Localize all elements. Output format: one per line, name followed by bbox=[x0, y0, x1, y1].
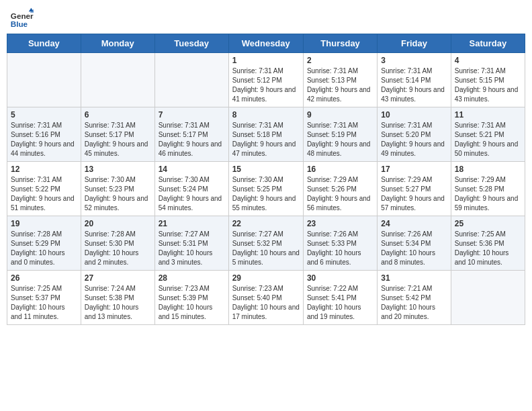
day-number: 20 bbox=[85, 219, 151, 228]
day-number: 28 bbox=[159, 273, 225, 283]
weekday-header-sunday: Sunday bbox=[7, 34, 81, 53]
calendar-cell: 7Sunrise: 7:31 AM Sunset: 5:17 PM Daylig… bbox=[154, 107, 228, 162]
day-number: 13 bbox=[85, 165, 151, 174]
calendar-cell: 15Sunrise: 7:30 AM Sunset: 5:25 PM Dayli… bbox=[228, 162, 303, 216]
svg-text:Blue: Blue bbox=[11, 19, 28, 28]
day-number: 30 bbox=[307, 273, 373, 283]
day-info: Sunrise: 7:31 AM Sunset: 5:16 PM Dayligh… bbox=[11, 121, 77, 158]
day-info: Sunrise: 7:30 AM Sunset: 5:24 PM Dayligh… bbox=[159, 175, 225, 213]
calendar-cell: 1Sunrise: 7:31 AM Sunset: 5:12 PM Daylig… bbox=[228, 53, 303, 107]
calendar-cell: 18Sunrise: 7:29 AM Sunset: 5:28 PM Dayli… bbox=[451, 162, 525, 216]
day-info: Sunrise: 7:26 AM Sunset: 5:34 PM Dayligh… bbox=[381, 230, 447, 267]
calendar-cell: 28Sunrise: 7:23 AM Sunset: 5:39 PM Dayli… bbox=[154, 271, 228, 325]
day-number: 25 bbox=[455, 219, 521, 228]
day-number: 3 bbox=[381, 56, 447, 65]
day-info: Sunrise: 7:28 AM Sunset: 5:30 PM Dayligh… bbox=[85, 230, 151, 267]
calendar-cell: 2Sunrise: 7:31 AM Sunset: 5:13 PM Daylig… bbox=[303, 53, 377, 107]
day-number: 6 bbox=[85, 110, 151, 120]
calendar-cell: 23Sunrise: 7:26 AM Sunset: 5:33 PM Dayli… bbox=[303, 216, 377, 271]
calendar-cell bbox=[154, 53, 228, 107]
day-info: Sunrise: 7:31 AM Sunset: 5:18 PM Dayligh… bbox=[232, 121, 300, 158]
calendar-cell bbox=[81, 53, 154, 107]
day-number: 24 bbox=[381, 219, 447, 228]
calendar-cell: 10Sunrise: 7:31 AM Sunset: 5:20 PM Dayli… bbox=[378, 107, 451, 162]
calendar-cell: 17Sunrise: 7:29 AM Sunset: 5:27 PM Dayli… bbox=[378, 162, 451, 216]
day-number: 15 bbox=[232, 165, 300, 174]
day-info: Sunrise: 7:29 AM Sunset: 5:27 PM Dayligh… bbox=[381, 175, 447, 213]
day-number: 12 bbox=[11, 165, 77, 174]
day-number: 10 bbox=[381, 110, 447, 120]
day-info: Sunrise: 7:31 AM Sunset: 5:17 PM Dayligh… bbox=[159, 121, 225, 158]
day-info: Sunrise: 7:31 AM Sunset: 5:17 PM Dayligh… bbox=[85, 121, 151, 158]
weekday-header-wednesday: Wednesday bbox=[228, 34, 303, 53]
calendar-cell: 30Sunrise: 7:22 AM Sunset: 5:41 PM Dayli… bbox=[303, 271, 377, 325]
day-number: 2 bbox=[307, 56, 373, 65]
day-info: Sunrise: 7:26 AM Sunset: 5:33 PM Dayligh… bbox=[307, 230, 373, 267]
calendar-cell: 26Sunrise: 7:25 AM Sunset: 5:37 PM Dayli… bbox=[7, 271, 81, 325]
day-info: Sunrise: 7:31 AM Sunset: 5:14 PM Dayligh… bbox=[381, 66, 447, 104]
calendar-table: SundayMondayTuesdayWednesdayThursdayFrid… bbox=[7, 34, 525, 325]
calendar-cell: 12Sunrise: 7:31 AM Sunset: 5:22 PM Dayli… bbox=[7, 162, 81, 216]
day-number: 18 bbox=[455, 165, 521, 174]
day-info: Sunrise: 7:31 AM Sunset: 5:21 PM Dayligh… bbox=[455, 121, 521, 158]
calendar-cell: 21Sunrise: 7:27 AM Sunset: 5:31 PM Dayli… bbox=[154, 216, 228, 271]
day-info: Sunrise: 7:25 AM Sunset: 5:37 PM Dayligh… bbox=[11, 284, 77, 322]
day-info: Sunrise: 7:31 AM Sunset: 5:19 PM Dayligh… bbox=[307, 121, 373, 158]
day-number: 31 bbox=[381, 273, 447, 283]
day-info: Sunrise: 7:31 AM Sunset: 5:20 PM Dayligh… bbox=[381, 121, 447, 158]
weekday-header-friday: Friday bbox=[378, 34, 451, 53]
day-info: Sunrise: 7:21 AM Sunset: 5:42 PM Dayligh… bbox=[381, 284, 447, 322]
day-info: Sunrise: 7:22 AM Sunset: 5:41 PM Dayligh… bbox=[307, 284, 373, 322]
calendar-cell: 24Sunrise: 7:26 AM Sunset: 5:34 PM Dayli… bbox=[378, 216, 451, 271]
day-number: 22 bbox=[232, 219, 300, 228]
calendar-cell bbox=[451, 271, 525, 325]
day-info: Sunrise: 7:31 AM Sunset: 5:22 PM Dayligh… bbox=[11, 175, 77, 213]
calendar-cell: 6Sunrise: 7:31 AM Sunset: 5:17 PM Daylig… bbox=[81, 107, 154, 162]
day-number: 17 bbox=[381, 165, 447, 174]
calendar-cell: 11Sunrise: 7:31 AM Sunset: 5:21 PM Dayli… bbox=[451, 107, 525, 162]
calendar-cell: 5Sunrise: 7:31 AM Sunset: 5:16 PM Daylig… bbox=[7, 107, 81, 162]
day-number: 16 bbox=[307, 165, 373, 174]
day-number: 23 bbox=[307, 219, 373, 228]
calendar-cell: 16Sunrise: 7:29 AM Sunset: 5:26 PM Dayli… bbox=[303, 162, 377, 216]
calendar-cell: 22Sunrise: 7:27 AM Sunset: 5:32 PM Dayli… bbox=[228, 216, 303, 271]
weekday-header-monday: Monday bbox=[81, 34, 154, 53]
day-number: 26 bbox=[11, 273, 77, 283]
day-number: 1 bbox=[232, 56, 300, 65]
day-number: 21 bbox=[159, 219, 225, 228]
day-number: 9 bbox=[307, 110, 373, 120]
page-header: General Blue bbox=[7, 7, 525, 31]
calendar-cell: 14Sunrise: 7:30 AM Sunset: 5:24 PM Dayli… bbox=[154, 162, 228, 216]
day-info: Sunrise: 7:28 AM Sunset: 5:29 PM Dayligh… bbox=[11, 230, 77, 267]
day-number: 29 bbox=[232, 273, 300, 283]
day-info: Sunrise: 7:31 AM Sunset: 5:15 PM Dayligh… bbox=[455, 66, 521, 104]
logo-icon: General Blue bbox=[9, 7, 34, 31]
day-info: Sunrise: 7:29 AM Sunset: 5:28 PM Dayligh… bbox=[455, 175, 521, 213]
calendar-cell: 3Sunrise: 7:31 AM Sunset: 5:14 PM Daylig… bbox=[378, 53, 451, 107]
calendar-cell: 25Sunrise: 7:25 AM Sunset: 5:36 PM Dayli… bbox=[451, 216, 525, 271]
day-info: Sunrise: 7:30 AM Sunset: 5:23 PM Dayligh… bbox=[85, 175, 151, 213]
calendar-cell: 19Sunrise: 7:28 AM Sunset: 5:29 PM Dayli… bbox=[7, 216, 81, 271]
day-number: 8 bbox=[232, 110, 300, 120]
day-info: Sunrise: 7:30 AM Sunset: 5:25 PM Dayligh… bbox=[232, 175, 300, 213]
logo: General Blue bbox=[9, 7, 36, 31]
day-number: 4 bbox=[455, 56, 521, 65]
day-info: Sunrise: 7:27 AM Sunset: 5:32 PM Dayligh… bbox=[232, 230, 300, 267]
day-info: Sunrise: 7:31 AM Sunset: 5:12 PM Dayligh… bbox=[232, 66, 300, 104]
calendar-cell: 9Sunrise: 7:31 AM Sunset: 5:19 PM Daylig… bbox=[303, 107, 377, 162]
day-info: Sunrise: 7:27 AM Sunset: 5:31 PM Dayligh… bbox=[159, 230, 225, 267]
calendar-cell: 8Sunrise: 7:31 AM Sunset: 5:18 PM Daylig… bbox=[228, 107, 303, 162]
day-info: Sunrise: 7:25 AM Sunset: 5:36 PM Dayligh… bbox=[455, 230, 521, 267]
calendar-cell bbox=[7, 53, 81, 107]
weekday-header-tuesday: Tuesday bbox=[154, 34, 228, 53]
day-number: 11 bbox=[455, 110, 521, 120]
calendar-cell: 31Sunrise: 7:21 AM Sunset: 5:42 PM Dayli… bbox=[378, 271, 451, 325]
day-info: Sunrise: 7:23 AM Sunset: 5:39 PM Dayligh… bbox=[159, 284, 225, 322]
calendar-cell: 20Sunrise: 7:28 AM Sunset: 5:30 PM Dayli… bbox=[81, 216, 154, 271]
calendar-cell: 13Sunrise: 7:30 AM Sunset: 5:23 PM Dayli… bbox=[81, 162, 154, 216]
weekday-header-thursday: Thursday bbox=[303, 34, 377, 53]
day-info: Sunrise: 7:29 AM Sunset: 5:26 PM Dayligh… bbox=[307, 175, 373, 213]
day-info: Sunrise: 7:31 AM Sunset: 5:13 PM Dayligh… bbox=[307, 66, 373, 104]
day-number: 5 bbox=[11, 110, 77, 120]
calendar-cell: 4Sunrise: 7:31 AM Sunset: 5:15 PM Daylig… bbox=[451, 53, 525, 107]
